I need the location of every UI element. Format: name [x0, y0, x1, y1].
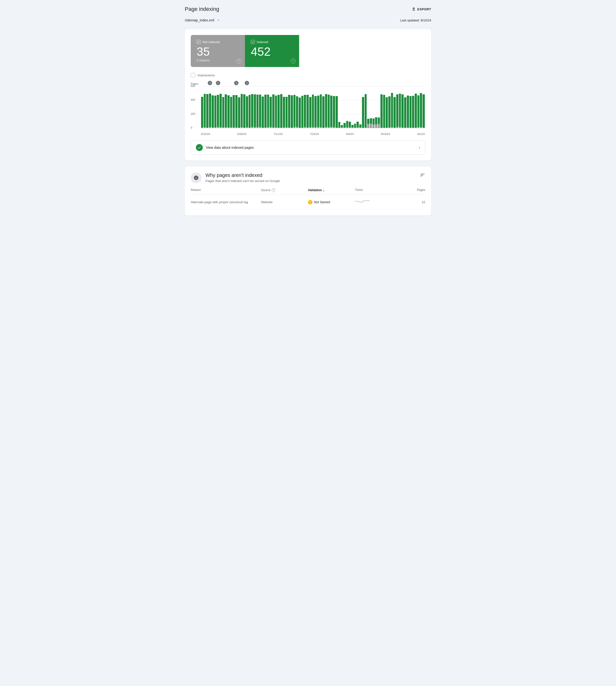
bar-not-indexed: [227, 127, 229, 128]
bar-group: [407, 86, 409, 128]
bar-not-indexed: [220, 127, 222, 128]
bar-indexed: [399, 94, 401, 127]
bar-indexed: [312, 95, 314, 127]
bar-not-indexed: [299, 128, 301, 128]
bar-not-indexed: [280, 128, 282, 128]
impressions-label: Impressions: [198, 73, 215, 77]
col-header-validation[interactable]: Validation ↓: [308, 188, 355, 192]
bar-not-indexed: [249, 128, 251, 128]
section-title: Why pages aren't indexed: [205, 173, 420, 178]
bar-indexed: [356, 122, 359, 127]
bar-group: [356, 86, 359, 128]
sitemap-selector[interactable]: /sitemap_index.xml: [185, 17, 220, 23]
bar-group: [370, 86, 372, 128]
bar-indexed: [349, 122, 351, 127]
bar-indexed: [241, 94, 243, 127]
bar-group: [338, 86, 340, 128]
bar-group: [386, 86, 388, 128]
bars-container: 1111: [201, 86, 425, 128]
source-help-icon[interactable]: ?: [271, 188, 276, 192]
bar-group: 1: [235, 86, 238, 128]
bar-not-indexed: [264, 127, 267, 128]
bar-not-indexed: [356, 127, 359, 128]
bar-not-indexed: [362, 128, 364, 128]
bar-group: [354, 86, 356, 128]
col-header-reason: Reason: [191, 188, 261, 192]
indexed-help-icon[interactable]: ?: [291, 59, 296, 64]
bar-not-indexed: [380, 128, 383, 128]
bar-indexed: [423, 94, 425, 128]
indexed-panel: Indexed 452 ?: [245, 35, 299, 67]
bar-indexed: [301, 96, 304, 128]
bar-indexed: [336, 96, 338, 128]
col-header-pages: Pages: [402, 188, 425, 192]
bar-group: [225, 86, 227, 128]
bar-group: [322, 86, 325, 128]
bar-not-indexed: [404, 128, 406, 128]
bar-indexed: [288, 95, 290, 127]
not-indexed-checkbox[interactable]: [197, 40, 201, 44]
chart-bubble: 1: [245, 81, 249, 85]
bar-indexed: [346, 121, 348, 127]
view-indexed-pages-button[interactable]: View data about indexed pages ›: [191, 140, 425, 155]
bar-not-indexed: [291, 128, 293, 128]
bar-not-indexed: [272, 127, 274, 128]
bar-not-indexed: [407, 127, 409, 128]
not-indexed-panel: Not indexed 35 2 reasons ?: [191, 35, 245, 67]
bar-group: [330, 86, 332, 128]
section-subtitle: Pages that aren't indexed can't be serve…: [205, 179, 420, 183]
bar-not-indexed: [293, 127, 296, 128]
section-title-group: Why pages aren't indexed Pages that aren…: [205, 173, 420, 183]
bar-group: [401, 86, 403, 128]
sitemap-row: /sitemap_index.xml Last updated: 9/10/24: [185, 17, 431, 23]
bar-not-indexed: [204, 127, 206, 128]
bar-group: [283, 86, 285, 128]
bar-group: 1: [246, 86, 248, 128]
filter-svg-icon: [420, 173, 425, 178]
bar-group: [233, 86, 235, 128]
bar-indexed: [365, 94, 367, 128]
bar-group: [404, 86, 406, 128]
bar-not-indexed: [325, 127, 327, 128]
bar-indexed: [370, 118, 372, 124]
bar-group: [380, 86, 383, 128]
indexed-checkbox[interactable]: [251, 40, 255, 44]
bar-group: [328, 86, 330, 128]
not-indexed-help-icon[interactable]: ?: [237, 59, 241, 64]
bar-group: [333, 86, 335, 128]
not-indexed-count: 35: [197, 46, 239, 58]
bar-group: [336, 86, 338, 128]
bar-not-indexed: [344, 127, 346, 128]
bar-not-indexed: [262, 128, 264, 128]
bar-indexed: [257, 95, 259, 127]
bar-group: [341, 86, 343, 128]
bar-indexed: [394, 97, 396, 128]
impressions-checkbox[interactable]: [191, 73, 195, 77]
bar-indexed: [272, 94, 274, 128]
grid-label-600: 600: [191, 85, 195, 88]
bar-not-indexed: [367, 124, 369, 128]
bar-not-indexed: [322, 128, 325, 128]
bar-group: [243, 86, 245, 128]
bar-indexed: [341, 125, 343, 127]
bar-indexed: [275, 96, 277, 128]
filter-icon[interactable]: [420, 173, 425, 179]
bar-not-indexed: [349, 127, 351, 128]
bar-not-indexed: [336, 128, 338, 128]
not-started-icon: !: [308, 200, 312, 204]
bar-group: [351, 86, 354, 128]
bar-indexed: [380, 94, 383, 128]
bar-indexed: [238, 97, 240, 128]
bar-indexed: [328, 95, 330, 127]
bar-indexed: [362, 97, 364, 128]
row-pages: 22: [402, 200, 425, 204]
bar-group: [304, 86, 306, 128]
bar-group: [296, 86, 298, 128]
info-icon-circle: [191, 173, 202, 183]
main-card: Not indexed 35 2 reasons ? Indexed 452 ?: [185, 29, 431, 161]
export-button[interactable]: EXPORT: [412, 7, 431, 11]
bar-not-indexed: [359, 127, 361, 128]
bar-group: [201, 86, 203, 128]
bar-not-indexed: [241, 127, 243, 128]
bar-group: [267, 86, 269, 128]
